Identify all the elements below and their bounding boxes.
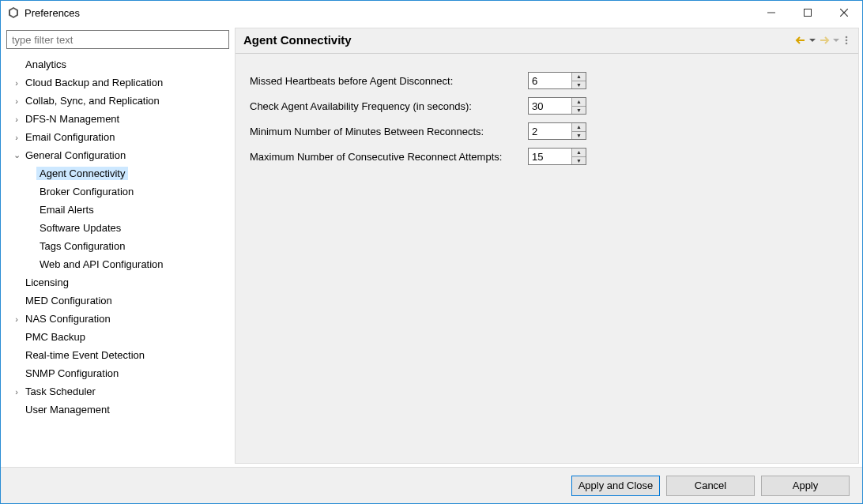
minimize-button[interactable] (753, 1, 790, 24)
missed-heartbeats-spinner[interactable]: ▲▼ (528, 72, 586, 89)
tree-item-analytics[interactable]: ›Analytics (11, 55, 231, 73)
tree-item-software-updates[interactable]: ›Software Updates (11, 219, 231, 237)
back-menu-dropdown[interactable] (809, 37, 816, 43)
tree-item-cloud-backup[interactable]: ›Cloud Backup and Replication (11, 73, 231, 92)
apply-and-close-button[interactable]: Apply and Close (571, 476, 660, 496)
spinner-up-icon[interactable]: ▲ (572, 149, 586, 157)
spinner-down-icon[interactable]: ▼ (572, 132, 586, 140)
view-menu-icon[interactable] (842, 36, 850, 45)
page-title: Agent Connectivity (243, 33, 792, 47)
spinner-up-icon[interactable]: ▲ (572, 123, 586, 132)
chevron-right-icon[interactable]: › (11, 387, 22, 397)
svg-point-6 (846, 36, 848, 38)
max-attempts-input[interactable] (529, 149, 571, 164)
chevron-right-icon[interactable]: › (11, 115, 22, 124)
tree-item-web-api[interactable]: ›Web and API Configuration (11, 255, 231, 273)
max-attempts-label: Maximum Number of Consecutive Reconnect … (250, 151, 528, 163)
svg-point-8 (846, 42, 848, 44)
app-icon (7, 6, 20, 19)
spinner-down-icon[interactable]: ▼ (572, 107, 586, 115)
button-bar: Apply and Close Cancel Apply (1, 467, 862, 503)
chevron-right-icon[interactable]: › (11, 314, 22, 324)
spinner-up-icon[interactable]: ▲ (572, 98, 586, 107)
maximize-button[interactable] (790, 1, 826, 24)
min-reconnect-spinner[interactable]: ▲▼ (528, 122, 586, 140)
tree-item-task-scheduler[interactable]: ›Task Scheduler (11, 382, 231, 401)
tree-item-collab[interactable]: ›Collab, Sync, and Replication (11, 92, 231, 110)
tree-item-snmp[interactable]: ›SNMP Configuration (11, 364, 231, 382)
tree-item-tags-config[interactable]: ›Tags Configuration (11, 237, 231, 255)
filter-input[interactable] (6, 30, 229, 49)
tree-item-email-alerts[interactable]: ›Email Alerts (11, 201, 231, 219)
tree-item-med-config[interactable]: ›MED Configuration (11, 291, 231, 310)
chevron-down-icon[interactable]: ⌄ (11, 150, 22, 160)
preferences-window: Preferences ›Analytics ›Cloud Backup and… (0, 0, 863, 504)
window-title: Preferences (24, 7, 80, 19)
titlebar: Preferences (1, 1, 862, 24)
min-reconnect-label: Minimum Number of Minutes Between Reconn… (250, 126, 528, 137)
svg-point-7 (846, 39, 848, 41)
spinner-down-icon[interactable]: ▼ (572, 81, 586, 89)
tree-item-agent-connectivity[interactable]: ›Agent Connectivity (11, 164, 231, 182)
missed-heartbeats-input[interactable] (529, 73, 571, 88)
tree-item-user-mgmt[interactable]: ›User Management (11, 401, 231, 419)
apply-button[interactable]: Apply (761, 476, 850, 496)
check-frequency-label: Check Agent Availability Frequency (in s… (250, 100, 528, 112)
spinner-down-icon[interactable]: ▼ (572, 157, 586, 165)
tree-item-pmc-backup[interactable]: ›PMC Backup (11, 328, 231, 346)
tree-item-email-config[interactable]: ›Email Configuration (11, 128, 231, 146)
svg-rect-3 (805, 9, 812, 17)
tree-item-rted[interactable]: ›Real-time Event Detection (11, 346, 231, 364)
tree-item-dfsn[interactable]: ›DFS-N Management (11, 110, 231, 128)
spinner-up-icon[interactable]: ▲ (572, 73, 586, 81)
content-pane: Agent Connectivity Missed Heartbeats bef… (235, 28, 859, 464)
tree-item-broker-config[interactable]: ›Broker Configuration (11, 182, 231, 201)
navigation-tree-pane: ›Analytics ›Cloud Backup and Replication… (4, 28, 232, 464)
back-button[interactable] (795, 36, 806, 45)
tree-item-nas-config[interactable]: ›NAS Configuration (11, 310, 231, 328)
missed-heartbeats-label: Missed Heartbeats before Agent Disconnec… (250, 75, 528, 87)
cancel-button[interactable]: Cancel (666, 476, 755, 496)
navigation-tree[interactable]: ›Analytics ›Cloud Backup and Replication… (5, 54, 231, 463)
tree-item-licensing[interactable]: ›Licensing (11, 273, 231, 291)
forward-button[interactable] (819, 36, 830, 45)
chevron-right-icon[interactable]: › (11, 133, 22, 142)
tree-item-general-config[interactable]: ⌄General Configuration (11, 146, 231, 164)
chevron-right-icon[interactable]: › (11, 96, 22, 106)
close-button[interactable] (826, 1, 862, 24)
max-attempts-spinner[interactable]: ▲▼ (528, 148, 586, 165)
check-frequency-input[interactable] (529, 98, 571, 114)
min-reconnect-input[interactable] (529, 123, 571, 139)
forward-menu-dropdown[interactable] (833, 37, 839, 43)
chevron-right-icon[interactable]: › (11, 78, 22, 88)
check-frequency-spinner[interactable]: ▲▼ (528, 97, 586, 115)
